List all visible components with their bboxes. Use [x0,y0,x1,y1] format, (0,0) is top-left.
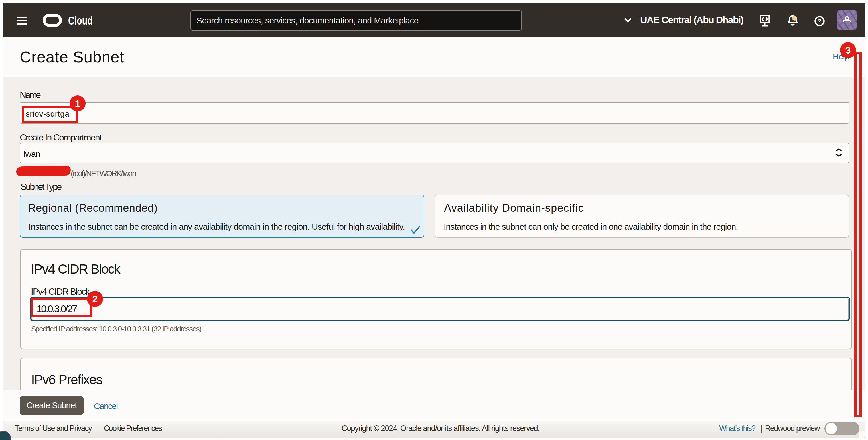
svg-text:?: ? [817,18,821,25]
